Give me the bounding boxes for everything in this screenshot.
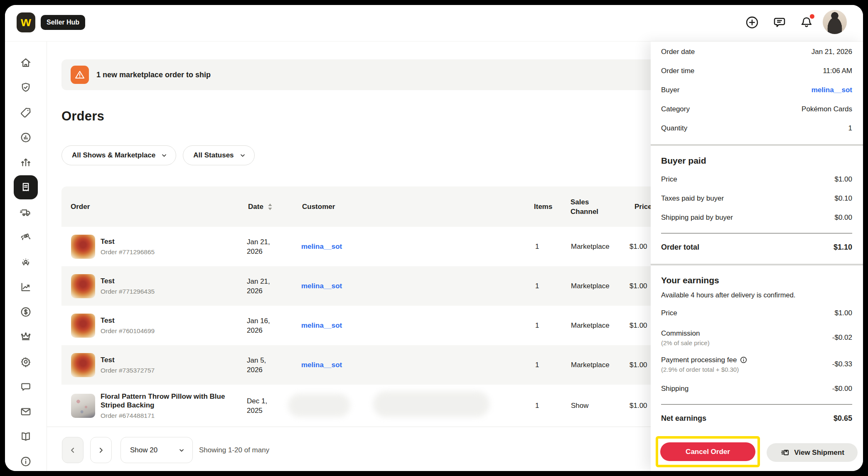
- sidebar-item-shipping[interactable]: [14, 204, 37, 221]
- top-bar: w Seller Hub: [5, 5, 863, 42]
- order-date: Jan 21, 2026: [247, 227, 277, 266]
- earnings-heading: Your earnings: [661, 274, 852, 287]
- info-icon[interactable]: [740, 356, 748, 364]
- customer-link[interactable]: melina__sot: [301, 361, 342, 369]
- row-value: $1.00: [834, 309, 852, 317]
- row-sublabel: (2.9% of order total + $0.30): [661, 366, 748, 373]
- whatnot-logo[interactable]: w: [17, 12, 35, 32]
- customer-link[interactable]: melina__sot: [301, 282, 342, 290]
- truck-icon: [20, 206, 32, 218]
- order-title: Floral Pattern Throw Pillow with Blue St…: [101, 392, 238, 410]
- order-price: $1.00: [629, 266, 647, 306]
- redacted-content: [373, 391, 489, 417]
- view-shipment-button[interactable]: View Shipment: [767, 443, 858, 462]
- cancel-order-button[interactable]: Cancel Order: [660, 442, 755, 461]
- sidebar-item-protection[interactable]: [14, 79, 37, 96]
- sidebar-item-sales-boost[interactable]: [14, 154, 37, 171]
- status-filter-dropdown[interactable]: All Statuses: [183, 145, 254, 165]
- buyer-link[interactable]: melina__sot: [811, 86, 852, 94]
- page-size-select[interactable]: Show 20: [120, 437, 193, 463]
- chevron-right-icon: [97, 446, 105, 454]
- sidebar-item-chat[interactable]: [14, 378, 37, 395]
- order-number: Order #674488171: [101, 412, 238, 420]
- product-thumbnail: [71, 274, 95, 298]
- sidebar-item-settings[interactable]: [14, 353, 37, 370]
- sidebar-item-listings[interactable]: [14, 104, 37, 121]
- order-date: Jan 21, 2026: [247, 266, 277, 306]
- sort-icon: [267, 203, 273, 211]
- row-label: Price: [661, 309, 677, 317]
- sidebar-item-polls[interactable]: [14, 129, 37, 146]
- earnings-note: Available 4 hours after delivery is conf…: [661, 291, 852, 301]
- tag-icon: [20, 106, 32, 119]
- row-label: Price: [661, 175, 677, 184]
- info-icon: [20, 455, 32, 468]
- crown-icon: [20, 331, 32, 343]
- view-shipment-label: View Shipment: [794, 449, 844, 457]
- panel-actions: Cancel Order View Shipment: [656, 436, 858, 469]
- sidebar-item-rewards[interactable]: [14, 328, 37, 346]
- col-price: Price: [634, 186, 652, 227]
- chevron-down-icon: [161, 152, 167, 159]
- customer-link[interactable]: melina__sot: [301, 321, 342, 330]
- detail-label: Order date: [661, 48, 695, 56]
- sidebar-item-guides[interactable]: [14, 428, 37, 445]
- order-price: $1.00: [629, 385, 647, 427]
- filter-bar: All Shows & Marketplace All Statuses: [61, 145, 255, 165]
- notifications-button[interactable]: [799, 15, 814, 30]
- items-count: 1: [535, 266, 539, 306]
- create-button[interactable]: [745, 15, 760, 30]
- detail-label: Category: [661, 105, 690, 113]
- row-value: -$0.00: [832, 385, 852, 393]
- shows-filter-dropdown[interactable]: All Shows & Marketplace: [61, 145, 176, 165]
- order-title: Test: [101, 277, 155, 285]
- warning-badge: [71, 66, 89, 84]
- messages-button[interactable]: [772, 15, 787, 30]
- stats-circle-icon: [20, 131, 32, 144]
- order-title: Test: [101, 356, 155, 364]
- redacted-customer: [288, 394, 350, 417]
- row-value: $1.00: [834, 175, 852, 184]
- chat-bubble-icon: [20, 380, 32, 393]
- sidebar-item-inbox[interactable]: [14, 403, 37, 420]
- sales-channel: Marketplace: [571, 266, 610, 306]
- next-page-button[interactable]: [90, 437, 112, 463]
- row-label: Shipping: [661, 385, 688, 393]
- notification-dot: [810, 14, 814, 19]
- product-thumbnail: [71, 235, 95, 259]
- sidebar-item-orders[interactable]: [14, 175, 38, 199]
- row-label: Commission: [661, 329, 710, 338]
- row-value: -$0.02: [832, 334, 852, 342]
- earnings-commission: Commission (2% of sale price) -$0.02: [661, 326, 852, 349]
- col-date-sort[interactable]: Date: [248, 186, 273, 227]
- flying-money-icon: [20, 231, 32, 243]
- customer-link[interactable]: melina__sot: [301, 243, 342, 251]
- order-number: Order #771296865: [101, 248, 155, 256]
- banner-text: 1 new marketplace order to ship: [96, 59, 211, 90]
- sidebar-item-help[interactable]: [14, 453, 37, 470]
- sidebar-item-analytics[interactable]: [14, 278, 37, 296]
- sidebar-item-payouts[interactable]: [14, 228, 37, 246]
- net-earnings-label: Net earnings: [661, 414, 706, 423]
- page-title: Orders: [61, 109, 104, 124]
- logo-letter: w: [21, 14, 31, 29]
- shipment-package-icon: [780, 447, 790, 458]
- product-thumbnail: [71, 394, 95, 418]
- trend-chart-icon: [20, 281, 32, 293]
- chevron-down-icon: [239, 152, 246, 159]
- plus-circle-icon: [745, 15, 760, 30]
- subtotal-divider: [661, 233, 852, 233]
- buyer-paid-shipping: Shipping paid by buyer $0.00: [661, 208, 852, 227]
- book-icon: [20, 430, 32, 443]
- sidebar-item-finances[interactable]: [14, 303, 37, 321]
- profile-avatar[interactable]: [823, 10, 847, 34]
- prev-page-button[interactable]: [62, 437, 84, 463]
- earnings-shipping: Shipping -$0.00: [661, 379, 852, 398]
- dollar-circle-icon: [20, 306, 32, 318]
- detail-label: Buyer: [661, 86, 679, 94]
- items-count: 1: [535, 306, 539, 345]
- sidebar-item-home[interactable]: [14, 54, 37, 71]
- sidebar-item-community[interactable]: [14, 253, 37, 271]
- col-date-label: Date: [248, 203, 263, 211]
- orders-receipt-icon: [20, 181, 32, 194]
